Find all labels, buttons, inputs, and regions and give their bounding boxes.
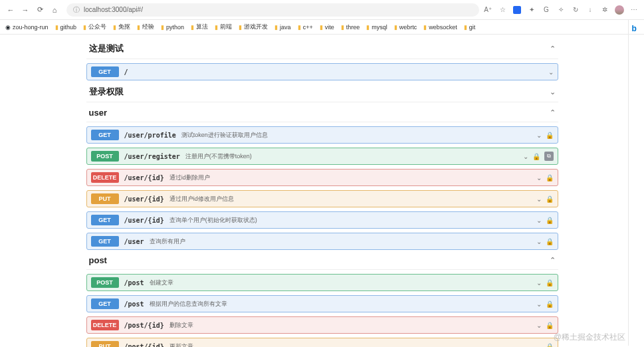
bookmark-label: github <box>60 24 77 31</box>
url-text: localhost:3000/api#/ <box>84 6 143 13</box>
bookmark-label: git <box>469 24 476 31</box>
lock-icon[interactable]: 🔒 <box>546 132 554 139</box>
bookmark-label: 游戏开发 <box>244 23 268 31</box>
method-badge: DELETE <box>91 320 119 330</box>
folder-icon: ▮ <box>423 24 427 31</box>
bookmark-item[interactable]: ▮python <box>161 24 184 31</box>
bookmark-item[interactable]: ▮c++ <box>298 24 313 31</box>
api-operation[interactable]: POST/user/register注册用户(不需携带token)⌄🔒⧉ <box>86 148 558 165</box>
extensions-icon[interactable]: ✲ <box>600 5 609 15</box>
api-path: /user/{id} <box>124 195 164 203</box>
api-path: /post/{id} <box>124 343 164 348</box>
api-operation[interactable]: DELETE/user/{id}通过id删除用户⌄🔒 <box>86 169 558 186</box>
bookmark-item[interactable]: ▮github <box>55 24 77 31</box>
lock-icon[interactable]: 🔒 <box>532 153 540 160</box>
extension-g-icon[interactable]: G <box>542 5 551 15</box>
text-size-icon[interactable]: A⁺ <box>483 5 492 15</box>
api-desc: 注册用户(不需携带token) <box>185 152 252 161</box>
method-badge: POST <box>91 151 119 162</box>
history-icon[interactable]: ↻ <box>571 5 580 15</box>
section-header[interactable]: user⌃ <box>86 102 558 122</box>
lock-icon[interactable]: 🔒 <box>546 217 554 224</box>
section-title: 登录权限 <box>89 86 124 98</box>
bookmark-item[interactable]: ▮three <box>341 24 360 31</box>
bookmark-item[interactable]: ▮git <box>464 24 476 31</box>
blue-square-icon[interactable] <box>512 5 522 15</box>
bookmark-item[interactable]: ▮经验 <box>137 23 154 31</box>
more-icon[interactable]: ⋯ <box>629 5 639 15</box>
bookmark-label: 免抠 <box>118 23 130 31</box>
api-path: /user/{id} <box>124 174 164 181</box>
folder-icon: ▮ <box>161 24 164 31</box>
op-actions: ⌄🔒 <box>536 343 554 348</box>
copy-icon[interactable]: ⧉ <box>544 152 554 161</box>
bookmark-item[interactable]: ▮公众号 <box>83 23 106 31</box>
chevron-up-icon: ⌃ <box>550 256 556 265</box>
avatar[interactable] <box>615 5 624 15</box>
api-desc: 查询单个用户(初始化时获取状态) <box>169 216 257 225</box>
lock-icon[interactable]: 🔒 <box>546 300 554 308</box>
bookmark-item[interactable]: ▮mysql <box>366 24 387 31</box>
api-operation[interactable]: GET/post根据用户的信息查询所有文章⌄🔒 <box>86 295 558 312</box>
extension-plus-icon[interactable]: ✧ <box>556 5 566 15</box>
folder-icon: ▮ <box>341 24 344 31</box>
bookmark-item[interactable]: ▮java <box>274 24 291 31</box>
api-desc: 创建文章 <box>150 279 173 287</box>
favorite-icon[interactable]: ☆ <box>498 5 507 15</box>
chevron-down-icon: ⌄ <box>536 195 542 203</box>
bookmark-item[interactable]: ▮vite <box>320 24 334 31</box>
section-header[interactable]: post⌃ <box>86 250 558 270</box>
api-operation[interactable]: PUT/user/{id}通过用户id修改用户信息⌄🔒 <box>86 190 558 207</box>
api-operation[interactable]: GET/user查询所有用户⌄🔒 <box>86 233 558 250</box>
folder-icon: ▮ <box>464 24 467 31</box>
api-path: /user <box>124 238 144 245</box>
api-path: /user/register <box>124 153 180 160</box>
swagger-content: 这是测试⌃GET/⌄登录权限⌄user⌃GET/user/profile测试to… <box>86 35 558 347</box>
lock-icon[interactable]: 🔒 <box>546 322 554 329</box>
bookmark-label: 经验 <box>142 23 154 31</box>
op-actions: ⌄🔒 <box>536 322 554 329</box>
bookmark-item[interactable]: ▮webrtc <box>394 24 417 31</box>
chevron-down-icon: ⌄ <box>536 343 542 348</box>
op-actions: ⌄🔒 <box>536 238 554 245</box>
back-button[interactable]: ← <box>5 5 16 15</box>
lock-icon[interactable]: 🔒 <box>546 343 554 348</box>
forward-button[interactable]: → <box>20 5 31 15</box>
browser-toolbar: ← → ⟳ ⌂ ⓘ localhost:3000/api#/ A⁺ ☆ ✦ G … <box>0 0 644 20</box>
bookmark-item[interactable]: ▮游戏开发 <box>239 23 268 31</box>
op-actions: ⌄ <box>548 68 554 76</box>
sparkle-icon[interactable]: ✦ <box>527 5 536 15</box>
bookmark-label: python <box>166 24 184 31</box>
api-operation[interactable]: PUT/post/{id}更新文章⌄🔒 <box>86 338 558 347</box>
api-operation[interactable]: GET/user/profile测试token进行验证获取用户信息⌄🔒 <box>86 126 558 144</box>
lock-icon[interactable]: 🔒 <box>546 174 554 181</box>
api-operation[interactable]: DELETE/post/{id}删除文章⌄🔒 <box>86 316 558 334</box>
api-desc: 通过用户id修改用户信息 <box>169 195 234 203</box>
api-desc: 查询所有用户 <box>150 237 185 246</box>
section-title: 这是测试 <box>89 43 124 55</box>
lock-icon[interactable]: 🔒 <box>546 279 554 287</box>
folder-icon: ▮ <box>215 24 218 31</box>
bookmark-item[interactable]: ▮算法 <box>191 23 208 31</box>
bookmark-item[interactable]: ◉zou-hong-run <box>5 24 49 31</box>
home-button[interactable]: ⌂ <box>49 5 60 15</box>
lock-icon[interactable]: 🔒 <box>546 238 554 245</box>
bookmark-item[interactable]: ▮前端 <box>215 23 232 31</box>
download-icon[interactable]: ↓ <box>586 5 595 15</box>
address-bar[interactable]: ⓘ localhost:3000/api#/ <box>66 3 479 17</box>
lock-icon[interactable]: 🔒 <box>546 195 554 203</box>
section-header[interactable]: 这是测试⌃ <box>86 37 558 59</box>
bookmark-item[interactable]: ▮免抠 <box>113 23 130 31</box>
chevron-down-icon: ⌄ <box>523 153 528 160</box>
bing-icon[interactable]: b <box>632 24 641 33</box>
api-operation[interactable]: POST/post创建文章⌄🔒 <box>86 274 558 291</box>
folder-icon: ▮ <box>366 24 370 31</box>
bookmark-item[interactable]: ▮websocket <box>423 24 457 31</box>
bookmark-label: 公众号 <box>88 23 106 31</box>
bookmark-label: mysql <box>372 24 387 31</box>
info-icon: ⓘ <box>73 5 80 15</box>
api-operation[interactable]: GET/user/{id}查询单个用户(初始化时获取状态)⌄🔒 <box>86 211 558 229</box>
refresh-button[interactable]: ⟳ <box>35 5 45 15</box>
api-operation[interactable]: GET/⌄ <box>86 63 558 80</box>
section-header[interactable]: 登录权限⌄ <box>86 80 558 102</box>
